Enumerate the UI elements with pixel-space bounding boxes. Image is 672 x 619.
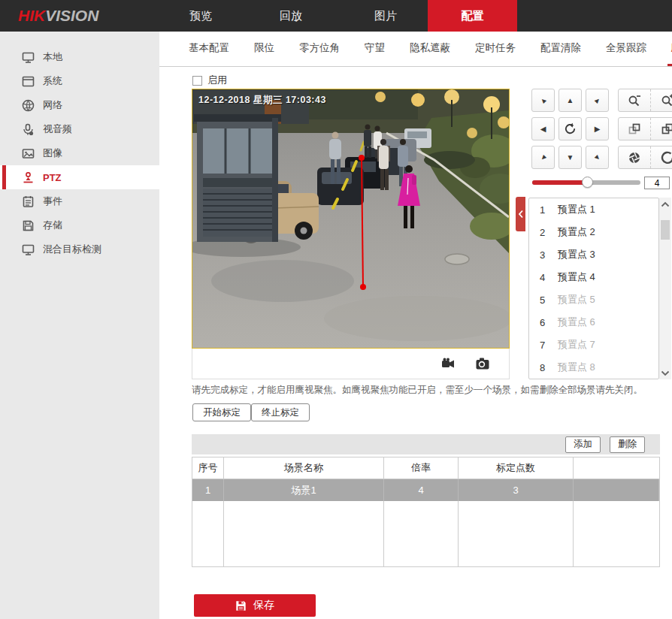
zoom-control-group bbox=[618, 89, 672, 112]
cell-scene-name: 场景1 bbox=[224, 479, 384, 501]
sidebar-item-label: 混合目标检测 bbox=[43, 243, 101, 256]
system-icon bbox=[22, 75, 35, 88]
record-icon[interactable] bbox=[441, 357, 456, 370]
iris-open-button[interactable] bbox=[651, 146, 672, 168]
subtab-eagle-focus[interactable]: 鹰视聚焦 bbox=[667, 32, 672, 66]
subtab-privacy-mask[interactable]: 隐私遮蔽 bbox=[406, 32, 454, 66]
scrollbar-thumb[interactable] bbox=[661, 220, 670, 240]
audio-video-icon bbox=[22, 123, 35, 136]
focus-far-button[interactable] bbox=[651, 118, 672, 140]
sidebar: 本地 系统 网络 视音频 图像 PTZ bbox=[0, 32, 159, 619]
logo-text-red: HIK bbox=[18, 7, 45, 24]
header-calibration-points: 标定点数 bbox=[459, 457, 574, 479]
iris-control-group bbox=[618, 146, 672, 169]
storage-icon bbox=[22, 219, 35, 232]
calibration-instruction: 请先完成标定，才能启用鹰视聚焦。如鹰视聚焦功能已开启，需至少一个场景，如需删除全… bbox=[192, 384, 667, 397]
subtab-park-action[interactable]: 守望 bbox=[361, 32, 389, 66]
slider-fill bbox=[532, 180, 588, 185]
scroll-up-button[interactable] bbox=[659, 198, 671, 210]
logo-text-gray: VISION bbox=[45, 7, 98, 24]
auto-scan-button[interactable] bbox=[558, 117, 582, 140]
preset-scrollbar bbox=[659, 198, 671, 379]
pan-left-button[interactable]: ◀ bbox=[531, 117, 555, 140]
sidebar-item-ptz[interactable]: PTZ bbox=[0, 165, 159, 189]
sidebar-item-label: 存储 bbox=[43, 219, 62, 232]
pan-down-right-button[interactable]: ▲ bbox=[586, 146, 609, 169]
pan-up-button[interactable]: ▲ bbox=[558, 89, 582, 112]
enable-checkbox[interactable] bbox=[192, 76, 202, 86]
sidebar-item-network[interactable]: 网络 bbox=[0, 93, 159, 117]
scene-table-row-selected[interactable]: 1 场景1 4 3 bbox=[192, 479, 659, 501]
preset-label: 预置点 4 bbox=[558, 270, 595, 284]
subtab-clear-config[interactable]: 配置清除 bbox=[537, 32, 585, 66]
nav-tab-preview[interactable]: 预览 bbox=[173, 0, 229, 32]
sidebar-item-audio-video[interactable]: 视音频 bbox=[0, 117, 159, 141]
sidebar-item-hybrid-detection[interactable]: 混合目标检测 bbox=[0, 237, 159, 261]
preset-item-2[interactable]: 2预置点 2 bbox=[529, 221, 658, 243]
pan-up-left-button[interactable]: ▲ bbox=[531, 89, 555, 112]
arrow-down-icon: ▼ bbox=[567, 154, 574, 162]
network-icon bbox=[22, 99, 35, 112]
subtab-basic-config[interactable]: 基本配置 bbox=[185, 32, 233, 66]
preset-item-3[interactable]: 3预置点 3 bbox=[529, 243, 658, 266]
image-icon bbox=[22, 147, 35, 160]
stop-calibration-button[interactable]: 终止标定 bbox=[251, 403, 310, 421]
preset-item-4[interactable]: 4预置点 4 bbox=[529, 266, 658, 288]
preset-item-6[interactable]: 6预置点 6 bbox=[529, 311, 658, 334]
preset-item-5[interactable]: 5预置点 5 bbox=[529, 288, 658, 311]
enable-label: 启用 bbox=[207, 74, 227, 87]
preset-list: 1预置点 1 2预置点 2 3预置点 3 4预置点 4 5预置点 5 6预置点 … bbox=[528, 198, 659, 379]
start-calibration-button[interactable]: 开始标定 bbox=[192, 403, 251, 421]
delete-scene-button[interactable]: 删除 bbox=[610, 436, 645, 453]
ptz-speed-slider-handle[interactable] bbox=[582, 177, 593, 188]
iris-close-button[interactable] bbox=[619, 146, 651, 168]
subtab-zero-azimuth[interactable]: 零方位角 bbox=[295, 32, 344, 66]
detection-icon bbox=[22, 243, 35, 256]
nav-tab-picture[interactable]: 图片 bbox=[358, 0, 413, 32]
auto-scan-icon bbox=[564, 122, 577, 135]
scene-table-empty-area bbox=[192, 501, 659, 566]
scroll-down-button[interactable] bbox=[659, 367, 671, 379]
preset-item-7[interactable]: 7预置点 7 bbox=[529, 334, 658, 356]
preset-item-1[interactable]: 1预置点 1 bbox=[529, 198, 658, 221]
preset-label: 预置点 8 bbox=[558, 361, 595, 374]
arrow-right-icon: ▶ bbox=[595, 125, 601, 133]
header-empty bbox=[574, 457, 659, 479]
subtab-scheduled-tasks[interactable]: 定时任务 bbox=[471, 32, 519, 66]
preset-label: 预置点 3 bbox=[558, 248, 595, 261]
header-index: 序号 bbox=[192, 457, 224, 479]
iris-open-icon bbox=[661, 151, 672, 165]
preset-item-8[interactable]: 8预置点 8 bbox=[529, 356, 658, 379]
snapshot-icon[interactable] bbox=[475, 357, 490, 370]
zoom-in-icon bbox=[661, 94, 672, 107]
pan-down-button[interactable]: ▼ bbox=[558, 146, 582, 169]
preset-number: 7 bbox=[540, 340, 558, 351]
cell-zoom-ratio: 4 bbox=[384, 479, 459, 501]
config-subtabs: 基本配置 限位 零方位角 守望 隐私遮蔽 定时任务 配置清除 全景跟踪 鹰视聚焦 bbox=[159, 32, 672, 67]
save-button[interactable]: 保存 bbox=[194, 594, 316, 617]
video-preview[interactable]: 12-12-2018 星期三 17:03:43 bbox=[192, 89, 510, 349]
zoom-in-button[interactable] bbox=[651, 89, 672, 111]
pan-down-left-button[interactable]: ▲ bbox=[531, 146, 555, 169]
nav-tab-playback[interactable]: 回放 bbox=[263, 0, 319, 32]
zoom-out-button[interactable] bbox=[619, 89, 651, 111]
preset-label: 预置点 2 bbox=[558, 225, 595, 239]
nav-tab-configuration[interactable]: 配置 bbox=[428, 0, 517, 32]
focus-near-button[interactable] bbox=[619, 118, 651, 140]
sidebar-item-event[interactable]: 事件 bbox=[0, 189, 159, 213]
cell-empty bbox=[574, 479, 659, 501]
sidebar-item-storage[interactable]: 存储 bbox=[0, 213, 159, 237]
sidebar-item-local[interactable]: 本地 bbox=[0, 45, 159, 69]
sidebar-item-system[interactable]: 系统 bbox=[0, 69, 159, 93]
sidebar-item-image[interactable]: 图像 bbox=[0, 141, 159, 165]
chevron-left-icon bbox=[518, 210, 524, 219]
header-scene-name: 场景名称 bbox=[224, 457, 384, 479]
pan-right-button[interactable]: ▶ bbox=[586, 117, 609, 140]
subtab-limit[interactable]: 限位 bbox=[250, 32, 278, 66]
add-scene-button[interactable]: 添加 bbox=[565, 436, 601, 453]
ptz-speed-value-input[interactable] bbox=[644, 177, 670, 189]
collapse-panel-tab[interactable] bbox=[516, 197, 525, 231]
subtab-panorama-tracking[interactable]: 全景跟踪 bbox=[602, 32, 650, 66]
pan-up-right-button[interactable]: ▲ bbox=[586, 89, 609, 112]
save-floppy-icon bbox=[235, 600, 247, 611]
